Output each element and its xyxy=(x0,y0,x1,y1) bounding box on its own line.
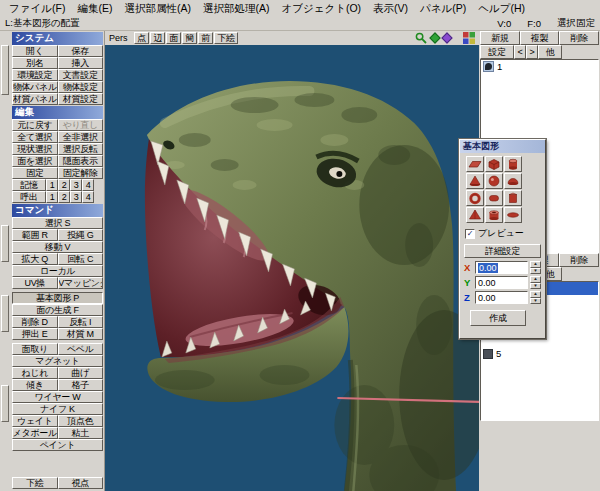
knife-command-button[interactable]: ナイフ K xyxy=(12,403,103,415)
save-as-button[interactable]: 別名 xyxy=(12,57,58,69)
object-delete-button[interactable]: 削除 xyxy=(559,31,599,45)
recall-1-button[interactable]: 1 xyxy=(46,191,58,203)
select-current-button[interactable]: 現状選択 xyxy=(12,143,58,155)
memory-3-button[interactable]: 3 xyxy=(70,179,82,191)
uv-mapping-button[interactable]: UVマッピング xyxy=(58,277,104,289)
memory-4-button[interactable]: 4 xyxy=(82,179,94,191)
pan-view-icon[interactable] xyxy=(441,32,452,43)
y-spinner[interactable]: ▲▼ xyxy=(530,276,541,289)
primitive-dialog-title[interactable]: 基本図形 xyxy=(460,140,545,153)
scale-command-button[interactable]: 拡大 Q xyxy=(12,253,58,265)
menu-selection-attributes[interactable]: 選択部属性(A) xyxy=(118,1,197,17)
magnify-icon[interactable] xyxy=(415,32,427,44)
menu-selection-process[interactable]: 選択部処理(A) xyxy=(197,1,276,17)
menu-file[interactable]: ファイル(F) xyxy=(3,1,71,17)
primitive-prism-button[interactable] xyxy=(504,190,522,206)
y-input[interactable]: 0.00 xyxy=(475,276,528,289)
object-new-button[interactable]: 新規 xyxy=(480,31,520,45)
primitive-cube-button[interactable] xyxy=(485,156,503,172)
extrude-command-button[interactable]: 押出 E xyxy=(12,328,58,340)
object-settings-tab[interactable]: 設定 xyxy=(480,45,514,59)
primitive-pyramid-button[interactable] xyxy=(466,207,484,223)
select-command-button[interactable]: 選択 S xyxy=(12,217,103,229)
x-input[interactable]: 0.00 xyxy=(475,261,528,274)
primitive-hemisphere-button[interactable] xyxy=(504,173,522,189)
save-button[interactable]: 保存 xyxy=(58,45,104,57)
collapsed-panel-tab-1[interactable] xyxy=(1,45,9,95)
object-other-tab[interactable]: 他 xyxy=(538,45,562,59)
recall-2-button[interactable]: 2 xyxy=(58,191,70,203)
underlay-button[interactable]: 下絵 xyxy=(12,477,58,489)
invert-command-button[interactable]: 反転 I xyxy=(58,316,104,328)
primitive-capsule-button[interactable] xyxy=(485,190,503,206)
delete-command-button[interactable]: 削除 D xyxy=(12,316,58,328)
primitive-tube-button[interactable] xyxy=(485,207,503,223)
chamfer-command-button[interactable]: 面取り xyxy=(12,343,58,355)
env-settings-button[interactable]: 環境設定 xyxy=(12,69,58,81)
vertex-color-command-button[interactable]: 頂点色 xyxy=(58,415,104,427)
local-command-button[interactable]: ローカル xyxy=(12,265,103,277)
material-delete-button[interactable]: 削除 xyxy=(559,253,599,267)
object-prev-button[interactable]: < xyxy=(514,45,526,59)
view-mode-button[interactable]: Pers xyxy=(107,33,133,43)
redo-button[interactable]: やり直し xyxy=(58,119,104,131)
primitive-cone-button[interactable] xyxy=(466,173,484,189)
object-settings-button[interactable]: 物体設定 xyxy=(58,81,104,93)
collapsed-panel-tab-3[interactable] xyxy=(1,295,9,332)
memory-1-button[interactable]: 1 xyxy=(46,179,58,191)
weight-command-button[interactable]: ウェイト xyxy=(12,415,58,427)
select-none-button[interactable]: 全非選択 xyxy=(58,131,104,143)
uv-command-button[interactable]: UV操 xyxy=(12,277,58,289)
metaball-command-button[interactable]: メタボール xyxy=(12,427,58,439)
show-points-toggle[interactable]: 点 xyxy=(134,32,149,44)
open-button[interactable]: 開く xyxy=(12,45,58,57)
unlock-button[interactable]: 固定解除 xyxy=(58,167,104,179)
undo-button[interactable]: 元に戻す xyxy=(12,119,58,131)
z-spinner[interactable]: ▲▼ xyxy=(530,291,541,304)
z-input[interactable]: 0.00 xyxy=(475,291,528,304)
magnet-command-button[interactable]: マグネット xyxy=(12,355,103,367)
object-next-button[interactable]: > xyxy=(526,45,538,59)
rotate-view-icon[interactable] xyxy=(429,32,440,43)
face-gen-command-button[interactable]: 面の生成 F xyxy=(12,304,103,316)
paint-command-button[interactable]: ペイント xyxy=(12,439,103,451)
bend-command-button[interactable]: 曲げ xyxy=(58,367,104,379)
select-invert-button[interactable]: 選択反転 xyxy=(58,143,104,155)
material-panel-button[interactable]: 材質パネル xyxy=(12,93,58,105)
menu-edit[interactable]: 編集(E) xyxy=(71,1,118,17)
collapsed-panel-tab-2[interactable] xyxy=(1,225,9,262)
primitive-cylinder-button[interactable] xyxy=(504,156,522,172)
create-button[interactable]: 作成 xyxy=(470,310,526,326)
insert-button[interactable]: 挿入 xyxy=(58,57,104,69)
select-all-button[interactable]: 全て選択 xyxy=(12,131,58,143)
menu-object[interactable]: オブジェクト(O) xyxy=(275,1,367,17)
underlay-toggle[interactable]: 下絵 xyxy=(214,32,238,44)
preview-checkbox[interactable]: ✓ xyxy=(465,229,475,239)
menu-help[interactable]: ヘルプ(H) xyxy=(472,1,531,17)
recall-3-button[interactable]: 3 xyxy=(70,191,82,203)
twist-command-button[interactable]: ねじれ xyxy=(12,367,58,379)
primitive-disc-button[interactable] xyxy=(504,207,522,223)
object-duplicate-button[interactable]: 複製 xyxy=(520,31,560,45)
memory-button[interactable]: 記憶 xyxy=(12,179,46,191)
object-visibility-icon[interactable] xyxy=(483,61,494,72)
hide-face-button[interactable]: 隠面表示 xyxy=(58,155,104,167)
menu-panel[interactable]: パネル(P) xyxy=(414,1,472,17)
object-list-item[interactable]: 1 xyxy=(481,60,598,73)
show-faces-toggle[interactable]: 面 xyxy=(166,32,181,44)
tilt-command-button[interactable]: 傾き xyxy=(12,379,58,391)
move-command-button[interactable]: 移動 V xyxy=(12,241,103,253)
object-panel-button[interactable]: 物体パネル xyxy=(12,81,58,93)
wire-command-button[interactable]: ワイヤー W xyxy=(12,391,103,403)
material-settings-button[interactable]: 材質設定 xyxy=(58,93,104,105)
3d-viewport-canvas[interactable] xyxy=(105,45,479,491)
front-display-toggle[interactable]: 前 xyxy=(198,32,213,44)
clay-command-button[interactable]: 粘土 xyxy=(58,427,104,439)
lock-button[interactable]: 固定 xyxy=(12,167,58,179)
detail-settings-button[interactable]: 詳細設定 xyxy=(464,244,541,258)
show-edges-toggle[interactable]: 辺 xyxy=(150,32,165,44)
material-command-button[interactable]: 材質 M xyxy=(58,328,104,340)
doc-settings-button[interactable]: 文書設定 xyxy=(58,69,104,81)
viewpoint-button[interactable]: 視点 xyxy=(58,477,104,489)
select-face-button[interactable]: 面を選択 xyxy=(12,155,58,167)
